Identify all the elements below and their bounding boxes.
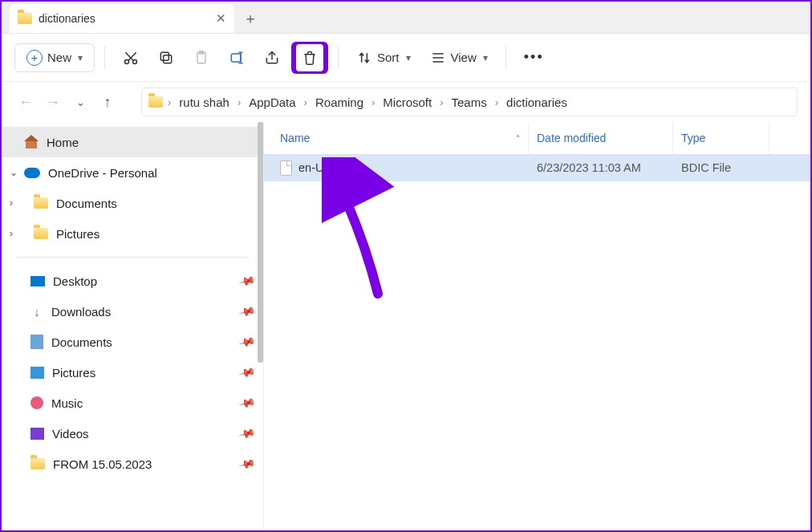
- separator: [104, 47, 105, 69]
- chevron-right-icon: ›: [168, 96, 171, 108]
- chevron-right-icon[interactable]: ›: [10, 197, 13, 209]
- separator: [505, 47, 506, 69]
- crumb-appdata[interactable]: AppData: [246, 94, 298, 111]
- pin-icon: 📌: [238, 272, 256, 290]
- column-label: Date modified: [537, 132, 606, 144]
- monitor-icon: [30, 276, 45, 286]
- svg-point-0: [125, 59, 129, 63]
- rename-button[interactable]: [221, 42, 253, 74]
- new-button[interactable]: + New ▾: [14, 43, 95, 72]
- cut-button[interactable]: [115, 42, 147, 74]
- sidebar-item-onedrive[interactable]: ⌄ OneDrive - Personal: [2, 157, 263, 188]
- new-label: New: [47, 51, 71, 64]
- sidebar-item-downloads[interactable]: ↓ Downloads 📌: [2, 296, 263, 327]
- sidebar: Home ⌄ OneDrive - Personal › Documents ›…: [2, 122, 263, 530]
- file-row[interactable]: en-US.bdic 6/23/2023 11:03 AM BDIC File: [264, 154, 810, 181]
- back-button[interactable]: ←: [14, 91, 37, 113]
- chevron-down-icon: ▾: [78, 52, 83, 63]
- document-icon: [30, 335, 43, 349]
- nav-row: ← → ⌄ ↑ › rutu shah › AppData › Roaming …: [2, 82, 810, 122]
- sidebar-item-documents[interactable]: › Documents: [2, 188, 263, 218]
- column-label: Name: [280, 132, 310, 144]
- share-icon: [264, 50, 280, 66]
- cell-date: 6/23/2023 11:03 AM: [529, 161, 673, 174]
- pin-icon: 📌: [238, 333, 256, 351]
- chevron-right-icon: ›: [495, 96, 498, 108]
- sidebar-item-label: Pictures: [52, 366, 95, 380]
- crumb-rutu-shah[interactable]: rutu shah: [176, 94, 233, 111]
- breadcrumb[interactable]: › rutu shah › AppData › Roaming › Micros…: [141, 87, 798, 116]
- tab-dictionaries[interactable]: dictionaries ✕: [10, 4, 234, 33]
- crumb-dictionaries[interactable]: dictionaries: [503, 94, 570, 111]
- sidebar-item-desktop[interactable]: Desktop 📌: [2, 266, 263, 296]
- view-button[interactable]: View ▾: [422, 42, 496, 74]
- sidebar-item-label: Downloads: [51, 305, 111, 319]
- cell-name: en-US.bdic: [272, 160, 529, 176]
- close-tab-icon[interactable]: ✕: [216, 11, 226, 26]
- separator: [338, 47, 339, 69]
- recent-button[interactable]: ⌄: [69, 91, 91, 113]
- sort-indicator-icon: ˄: [516, 134, 520, 143]
- sidebar-item-label: OneDrive - Personal: [48, 166, 157, 180]
- separator: [16, 257, 249, 258]
- crumb-roaming[interactable]: Roaming: [312, 94, 367, 111]
- sidebar-item-documents-q[interactable]: Documents 📌: [2, 327, 263, 357]
- copy-icon: [158, 50, 174, 66]
- sidebar-item-home[interactable]: Home: [2, 127, 263, 157]
- folder-icon: [34, 228, 48, 239]
- main: Home ⌄ OneDrive - Personal › Documents ›…: [2, 122, 810, 530]
- folder-icon: [30, 458, 45, 469]
- more-button[interactable]: •••: [516, 42, 552, 74]
- chevron-right-icon: ›: [238, 96, 241, 108]
- sidebar-item-music[interactable]: Music 📌: [2, 388, 263, 418]
- chevron-right-icon[interactable]: ›: [10, 228, 13, 239]
- file-name: en-US.bdic: [298, 161, 356, 174]
- sidebar-item-pictures-q[interactable]: Pictures 📌: [2, 357, 263, 388]
- column-type[interactable]: Type: [673, 122, 769, 154]
- folder-icon: [34, 197, 48, 209]
- svg-point-1: [133, 59, 137, 63]
- svg-rect-3: [160, 52, 168, 60]
- sidebar-item-label: Home: [47, 136, 79, 149]
- scrollbar[interactable]: [258, 122, 263, 363]
- onedrive-icon: [24, 168, 40, 178]
- crumb-microsoft[interactable]: Microsoft: [380, 94, 435, 111]
- sort-button[interactable]: Sort ▾: [348, 42, 419, 74]
- column-date[interactable]: Date modified: [529, 122, 673, 154]
- sidebar-item-label: Music: [51, 396, 83, 410]
- tab-title: dictionaries: [39, 12, 95, 25]
- pin-icon: 📌: [238, 303, 256, 320]
- arrow-left-icon: ←: [18, 94, 33, 111]
- share-button[interactable]: [256, 42, 288, 74]
- scissors-icon: [123, 50, 139, 66]
- sidebar-item-videos[interactable]: Videos 📌: [2, 418, 263, 449]
- sidebar-item-from-folder[interactable]: FROM 15.05.2023 📌: [2, 449, 263, 479]
- copy-button[interactable]: [150, 42, 182, 74]
- new-tab-button[interactable]: ＋: [234, 4, 266, 33]
- sidebar-item-label: Pictures: [56, 227, 99, 241]
- chevron-down-icon: ⌄: [76, 96, 85, 108]
- chevron-down-icon[interactable]: ⌄: [10, 167, 18, 178]
- cell-type: BDIC File: [673, 161, 769, 174]
- folder-icon: [148, 96, 163, 108]
- arrow-up-icon: ↑: [104, 94, 112, 111]
- view-icon: [430, 50, 446, 66]
- sidebar-item-pictures[interactable]: › Pictures: [2, 218, 263, 249]
- column-name[interactable]: Name ˄: [272, 122, 529, 154]
- clipboard-icon: [193, 50, 209, 66]
- column-headers: Name ˄ Date modified Type: [264, 122, 810, 154]
- crumb-teams[interactable]: Teams: [449, 94, 490, 111]
- sidebar-item-label: Desktop: [53, 274, 97, 288]
- ellipsis-icon: •••: [524, 49, 544, 66]
- chevron-right-icon: ›: [371, 96, 375, 108]
- up-button[interactable]: ↑: [96, 91, 119, 113]
- toolbar: + New ▾ Sort ▾ View ▾ •••: [2, 34, 810, 82]
- delete-button[interactable]: [291, 42, 328, 74]
- tab-bar: dictionaries ✕ ＋: [2, 2, 810, 34]
- forward-button[interactable]: →: [42, 91, 64, 113]
- sidebar-item-label: Documents: [51, 335, 112, 349]
- pin-icon: 📌: [238, 394, 256, 412]
- svg-rect-6: [231, 54, 241, 62]
- rename-icon: [229, 50, 245, 66]
- paste-button[interactable]: [185, 42, 217, 74]
